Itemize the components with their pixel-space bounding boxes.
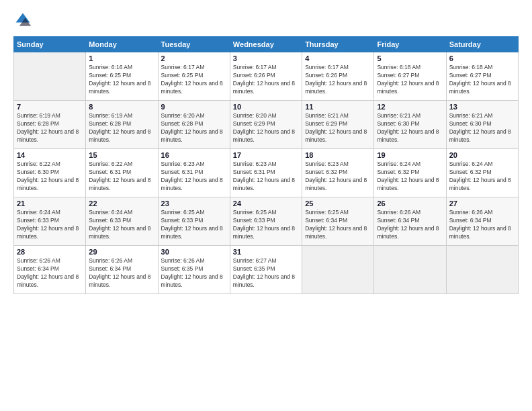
day-cell: 24Sunrise: 6:25 AMSunset: 6:33 PMDayligh… [230, 197, 302, 246]
day-cell: 3Sunrise: 6:17 AMSunset: 6:26 PMDaylight… [230, 52, 302, 101]
day-info: Sunrise: 6:21 AMSunset: 6:30 PMDaylight:… [377, 112, 443, 144]
day-number: 15 [89, 151, 154, 159]
day-number: 2 [161, 54, 227, 62]
day-number: 25 [305, 199, 371, 208]
day-cell: 26Sunrise: 6:26 AMSunset: 6:34 PMDayligh… [374, 197, 446, 246]
day-cell: 28Sunrise: 6:26 AMSunset: 6:34 PMDayligh… [14, 246, 86, 294]
day-number: 28 [17, 248, 83, 256]
week-row-2: 7Sunrise: 6:19 AMSunset: 6:28 PMDaylight… [14, 101, 519, 149]
day-number: 6 [449, 54, 515, 62]
day-info: Sunrise: 6:18 AMSunset: 6:27 PMDaylight:… [377, 64, 443, 96]
day-number: 18 [305, 151, 371, 159]
day-info: Sunrise: 6:16 AMSunset: 6:25 PMDaylight:… [89, 64, 154, 96]
day-info: Sunrise: 6:25 AMSunset: 6:33 PMDaylight:… [161, 209, 227, 241]
day-number: 14 [17, 151, 83, 159]
day-number: 13 [449, 103, 515, 111]
col-header-tuesday: Tuesday [158, 37, 230, 52]
day-cell: 1Sunrise: 6:16 AMSunset: 6:25 PMDaylight… [86, 52, 158, 101]
day-cell: 20Sunrise: 6:24 AMSunset: 6:32 PMDayligh… [446, 149, 518, 197]
day-info: Sunrise: 6:24 AMSunset: 6:32 PMDaylight:… [377, 161, 443, 193]
week-row-5: 28Sunrise: 6:26 AMSunset: 6:34 PMDayligh… [14, 246, 519, 294]
col-header-saturday: Saturday [446, 37, 518, 52]
day-number: 24 [233, 199, 299, 208]
page: SundayMondayTuesdayWednesdayThursdayFrid… [0, 0, 532, 411]
day-number: 23 [161, 199, 227, 208]
day-info: Sunrise: 6:17 AMSunset: 6:26 PMDaylight:… [233, 64, 299, 96]
week-row-3: 14Sunrise: 6:22 AMSunset: 6:30 PMDayligh… [14, 149, 519, 197]
day-info: Sunrise: 6:21 AMSunset: 6:29 PMDaylight:… [305, 112, 371, 144]
day-info: Sunrise: 6:21 AMSunset: 6:30 PMDaylight:… [449, 112, 515, 144]
day-info: Sunrise: 6:24 AMSunset: 6:33 PMDaylight:… [89, 209, 154, 241]
day-info: Sunrise: 6:18 AMSunset: 6:27 PMDaylight:… [449, 64, 515, 96]
day-number: 3 [233, 54, 299, 62]
day-cell [14, 52, 86, 101]
day-info: Sunrise: 6:26 AMSunset: 6:34 PMDaylight:… [17, 257, 83, 289]
day-cell: 31Sunrise: 6:27 AMSunset: 6:35 PMDayligh… [230, 246, 302, 294]
day-info: Sunrise: 6:23 AMSunset: 6:31 PMDaylight:… [161, 161, 227, 193]
day-info: Sunrise: 6:19 AMSunset: 6:28 PMDaylight:… [17, 112, 83, 144]
day-cell: 30Sunrise: 6:26 AMSunset: 6:35 PMDayligh… [158, 246, 230, 294]
header-row: SundayMondayTuesdayWednesdayThursdayFrid… [14, 37, 519, 52]
day-cell: 11Sunrise: 6:21 AMSunset: 6:29 PMDayligh… [302, 101, 374, 149]
day-number: 22 [89, 199, 154, 208]
col-header-thursday: Thursday [302, 37, 374, 52]
day-info: Sunrise: 6:25 AMSunset: 6:34 PMDaylight:… [305, 209, 371, 241]
day-info: Sunrise: 6:25 AMSunset: 6:33 PMDaylight:… [233, 209, 299, 241]
day-info: Sunrise: 6:26 AMSunset: 6:35 PMDaylight:… [161, 257, 227, 289]
col-header-friday: Friday [374, 37, 446, 52]
day-cell: 27Sunrise: 6:26 AMSunset: 6:34 PMDayligh… [446, 197, 518, 246]
day-number: 12 [377, 103, 443, 111]
day-cell: 15Sunrise: 6:22 AMSunset: 6:31 PMDayligh… [86, 149, 158, 197]
day-number: 27 [449, 199, 515, 208]
week-row-4: 21Sunrise: 6:24 AMSunset: 6:33 PMDayligh… [14, 197, 519, 246]
day-cell [302, 246, 374, 294]
day-cell: 9Sunrise: 6:20 AMSunset: 6:28 PMDaylight… [158, 101, 230, 149]
day-cell: 23Sunrise: 6:25 AMSunset: 6:33 PMDayligh… [158, 197, 230, 246]
day-cell: 7Sunrise: 6:19 AMSunset: 6:28 PMDaylight… [14, 101, 86, 149]
day-number: 20 [449, 151, 515, 159]
day-info: Sunrise: 6:24 AMSunset: 6:33 PMDaylight:… [17, 209, 83, 241]
day-info: Sunrise: 6:23 AMSunset: 6:31 PMDaylight:… [233, 161, 299, 193]
col-header-monday: Monday [86, 37, 158, 52]
day-cell: 8Sunrise: 6:19 AMSunset: 6:28 PMDaylight… [86, 101, 158, 149]
day-number: 19 [377, 151, 443, 159]
day-info: Sunrise: 6:24 AMSunset: 6:32 PMDaylight:… [449, 161, 515, 193]
day-info: Sunrise: 6:19 AMSunset: 6:28 PMDaylight:… [89, 112, 154, 144]
logo [13, 11, 35, 30]
logo-icon [13, 11, 32, 30]
day-cell: 10Sunrise: 6:20 AMSunset: 6:29 PMDayligh… [230, 101, 302, 149]
day-info: Sunrise: 6:20 AMSunset: 6:28 PMDaylight:… [161, 112, 227, 144]
day-cell: 13Sunrise: 6:21 AMSunset: 6:30 PMDayligh… [446, 101, 518, 149]
day-number: 9 [161, 103, 227, 111]
day-number: 29 [89, 248, 154, 256]
day-cell: 14Sunrise: 6:22 AMSunset: 6:30 PMDayligh… [14, 149, 86, 197]
day-cell: 25Sunrise: 6:25 AMSunset: 6:34 PMDayligh… [302, 197, 374, 246]
day-cell: 16Sunrise: 6:23 AMSunset: 6:31 PMDayligh… [158, 149, 230, 197]
day-number: 30 [161, 248, 227, 256]
day-number: 31 [233, 248, 299, 256]
day-number: 26 [377, 199, 443, 208]
day-number: 17 [233, 151, 299, 159]
day-number: 21 [17, 199, 83, 208]
day-number: 7 [17, 103, 83, 111]
day-info: Sunrise: 6:17 AMSunset: 6:25 PMDaylight:… [161, 64, 227, 96]
day-cell: 4Sunrise: 6:17 AMSunset: 6:26 PMDaylight… [302, 52, 374, 101]
day-info: Sunrise: 6:22 AMSunset: 6:31 PMDaylight:… [89, 161, 154, 193]
day-cell: 2Sunrise: 6:17 AMSunset: 6:25 PMDaylight… [158, 52, 230, 101]
week-row-1: 1Sunrise: 6:16 AMSunset: 6:25 PMDaylight… [14, 52, 519, 101]
day-number: 16 [161, 151, 227, 159]
day-cell: 22Sunrise: 6:24 AMSunset: 6:33 PMDayligh… [86, 197, 158, 246]
day-info: Sunrise: 6:17 AMSunset: 6:26 PMDaylight:… [305, 64, 371, 96]
day-cell: 6Sunrise: 6:18 AMSunset: 6:27 PMDaylight… [446, 52, 518, 101]
header [13, 11, 519, 30]
col-header-sunday: Sunday [14, 37, 86, 52]
day-number: 8 [89, 103, 154, 111]
day-cell: 12Sunrise: 6:21 AMSunset: 6:30 PMDayligh… [374, 101, 446, 149]
day-cell [374, 246, 446, 294]
day-cell: 5Sunrise: 6:18 AMSunset: 6:27 PMDaylight… [374, 52, 446, 101]
day-cell: 21Sunrise: 6:24 AMSunset: 6:33 PMDayligh… [14, 197, 86, 246]
day-info: Sunrise: 6:26 AMSunset: 6:34 PMDaylight:… [449, 209, 515, 241]
day-number: 4 [305, 54, 371, 62]
day-number: 1 [89, 54, 154, 62]
day-cell: 18Sunrise: 6:23 AMSunset: 6:32 PMDayligh… [302, 149, 374, 197]
